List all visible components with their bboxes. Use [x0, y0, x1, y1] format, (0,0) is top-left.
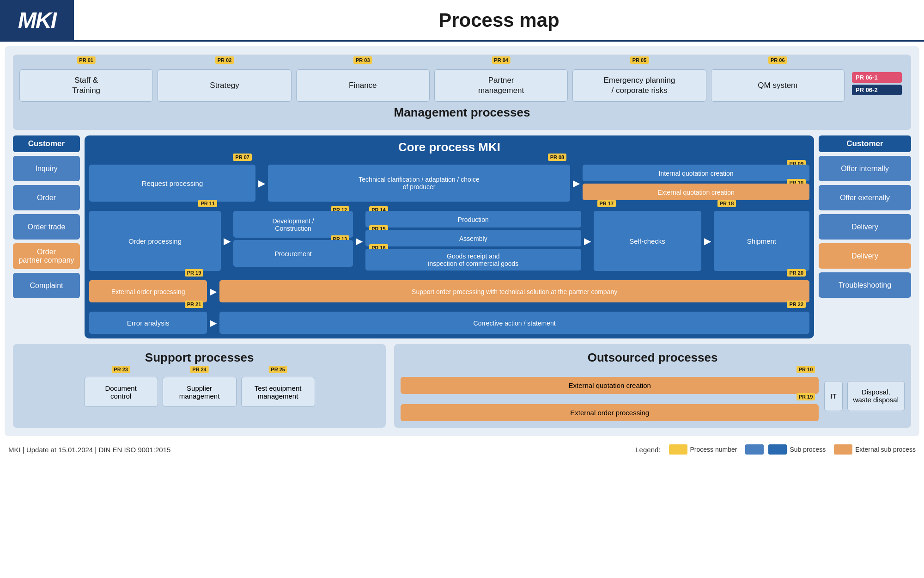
- pr11-badge: PR 11: [198, 200, 217, 207]
- technical-clarification-wrap: PR 08 Technical clarification / adaptati…: [268, 158, 570, 202]
- left-inquiry-box[interactable]: Inquiry: [13, 156, 80, 181]
- left-customer-col: Customer Inquiry Order Order trade Order…: [13, 135, 80, 338]
- order-processing-box[interactable]: Order processing: [89, 211, 221, 271]
- dev-proc-col: PR 12 Development /Construction PR 13 Pr…: [233, 204, 353, 271]
- row-error: PR 21 Error analysis ▶ PR 22 Corrective …: [89, 305, 809, 334]
- error-analysis-box[interactable]: Error analysis: [89, 312, 207, 334]
- footer-info: MKI | Update at 15.01.2024 | DIN EN ISO …: [8, 446, 170, 454]
- legend: Legend: Process number Sub process Exter…: [635, 444, 916, 455]
- left-order-trade-box[interactable]: Order trade: [13, 214, 80, 240]
- shipment-box[interactable]: Shipment: [714, 211, 809, 271]
- arrow2: ▶: [573, 158, 580, 202]
- self-checks-wrap: PR 17 Self-checks: [594, 204, 701, 271]
- right-delivery-orange-box[interactable]: Delivery: [819, 243, 911, 269]
- test-equip-box[interactable]: Test equipmentmanagement: [241, 377, 315, 407]
- arrow6: ▶: [704, 204, 711, 271]
- left-complaint-box[interactable]: Complaint: [13, 273, 80, 298]
- outsourced-left: PR 10 External quotation creation PR 19 …: [401, 370, 819, 421]
- arrow7: ▶: [210, 274, 217, 302]
- management-title: Management processes: [19, 105, 905, 120]
- request-processing-box[interactable]: Request processing: [89, 165, 255, 202]
- it-box[interactable]: IT: [824, 381, 842, 411]
- assembly-wrap: PR 15 Assembly: [365, 230, 581, 246]
- prod-col: PR 14 Production PR 15 Assembly PR 16 Go…: [365, 204, 581, 271]
- out-ext-quot-box[interactable]: External quotation creation: [401, 377, 819, 394]
- technical-clarification-box[interactable]: Technical clarification / adaptation / c…: [268, 165, 570, 202]
- row-inquiry: PR 07 Request processing ▶ PR 08 Technic…: [89, 158, 809, 202]
- row-order: PR 11 Order processing ▶ PR 12 Developme…: [89, 204, 809, 271]
- right-delivery-box[interactable]: Delivery: [819, 214, 911, 240]
- left-customer-header: Customer: [13, 135, 80, 152]
- legend-orange-box: [834, 444, 852, 455]
- goods-wrap: PR 16 Goods receipt andinspection of com…: [365, 249, 581, 271]
- logo: MKI: [0, 0, 74, 41]
- quotation-col: PR 09 Internal quotation creation PR 10 …: [583, 158, 809, 202]
- outsourced-section: Outsourced processes PR 10 External quot…: [394, 344, 911, 428]
- procurement-box[interactable]: Procurement: [233, 240, 353, 267]
- main-content: PR 01 Staff &Training PR 02 Strategy PR …: [5, 46, 919, 436]
- row-external-order: PR 19 External order processing ▶ PR 20 …: [89, 274, 809, 302]
- left-order-partner-box[interactable]: Orderpartner company: [13, 243, 80, 269]
- bottom-sections: Support processes PR 23 Documentcontrol …: [13, 344, 911, 428]
- pr-badge-02: PR 02: [215, 56, 234, 64]
- error-analysis-wrap: PR 21 Error analysis: [89, 305, 207, 334]
- mgmt-box-strategy[interactable]: Strategy: [158, 69, 291, 102]
- mgmt-box-partner[interactable]: Partnermanagement: [434, 69, 568, 102]
- supplier-mgmt-wrap: PR 24 Suppliermanagement: [163, 370, 237, 407]
- right-customer-header: Customer: [819, 135, 911, 152]
- pr08-badge: PR 08: [548, 154, 567, 161]
- pr06-1-badge[interactable]: PR 06-1: [852, 72, 902, 83]
- ext-order-box[interactable]: External order processing: [89, 280, 207, 302]
- right-troubleshooting-box[interactable]: Troubleshooting: [819, 272, 911, 298]
- arrow5: ▶: [584, 204, 591, 271]
- dev-construction-box[interactable]: Development /Construction: [233, 211, 353, 238]
- legend-process-number-label: Process number: [690, 446, 737, 453]
- right-offer-internally-box[interactable]: Offer internally: [819, 156, 911, 181]
- footer: MKI | Update at 15.01.2024 | DIN EN ISO …: [0, 441, 924, 458]
- mgmt-box-emergency[interactable]: Emergency planning/ corporate risks: [572, 69, 706, 102]
- legend-process-number: Process number: [669, 444, 737, 455]
- doc-control-box[interactable]: Documentcontrol: [84, 377, 158, 407]
- right-offer-externally-box[interactable]: Offer externally: [819, 185, 911, 210]
- support-order-box[interactable]: Support order processing with technical …: [219, 280, 809, 302]
- pr25-badge: PR 25: [268, 366, 287, 373]
- out-pr19-badge: PR 19: [796, 393, 815, 400]
- pr-badge-04: PR 04: [492, 56, 511, 64]
- support-title: Support processes: [19, 350, 379, 365]
- corrective-action-wrap: PR 22 Corrective action / statement: [219, 305, 809, 334]
- mgmt-box-wrap-pr06-sub: PR 06-1 PR 06-2: [849, 61, 905, 102]
- out-pr10-badge: PR 10: [796, 366, 815, 373]
- arrow4: ▶: [356, 204, 363, 271]
- pr24-badge: PR 24: [190, 366, 209, 373]
- external-quot-wrap: PR 10 External quotation creation: [583, 184, 809, 200]
- pr19-badge: PR 19: [185, 269, 204, 277]
- mgmt-box-wrap-pr03: PR 03 Finance: [296, 61, 430, 102]
- internal-quotation-box[interactable]: Internal quotation creation: [583, 165, 809, 181]
- pr06-2-badge[interactable]: PR 06-2: [852, 85, 902, 95]
- out-ext-order-box[interactable]: External order processing: [401, 404, 819, 421]
- production-box[interactable]: Production: [365, 211, 581, 228]
- left-order-box[interactable]: Order: [13, 185, 80, 210]
- legend-external-sub-process-label: External sub process: [855, 446, 916, 453]
- disposal-box[interactable]: Disposal,waste disposal: [847, 381, 905, 411]
- assembly-box[interactable]: Assembly: [365, 230, 581, 246]
- corrective-action-box[interactable]: Corrective action / statement: [219, 312, 809, 334]
- logo-text: MKI: [18, 7, 56, 33]
- production-wrap: PR 14 Production: [365, 211, 581, 228]
- supplier-mgmt-box[interactable]: Suppliermanagement: [163, 377, 237, 407]
- pr-badge-03: PR 03: [353, 56, 372, 64]
- pr17-badge: PR 17: [597, 200, 616, 207]
- mgmt-box-finance[interactable]: Finance: [296, 69, 430, 102]
- legend-blue-light-box: [745, 444, 764, 455]
- pr-badge-06: PR 06: [768, 56, 787, 64]
- self-checks-box[interactable]: Self-checks: [594, 211, 701, 271]
- internal-quot-wrap: PR 09 Internal quotation creation: [583, 165, 809, 181]
- mgmt-box-qm[interactable]: QM system: [711, 69, 845, 102]
- external-quotation-box[interactable]: External quotation creation: [583, 184, 809, 200]
- support-order-wrap: PR 20 Support order processing with tech…: [219, 274, 809, 302]
- test-equip-wrap: PR 25 Test equipmentmanagement: [241, 370, 315, 407]
- goods-box[interactable]: Goods receipt andinspection of commercia…: [365, 249, 581, 271]
- mgmt-box-staff-training[interactable]: Staff &Training: [19, 69, 153, 102]
- pr18-badge: PR 18: [717, 200, 736, 207]
- legend-blue-med-box: [768, 444, 787, 455]
